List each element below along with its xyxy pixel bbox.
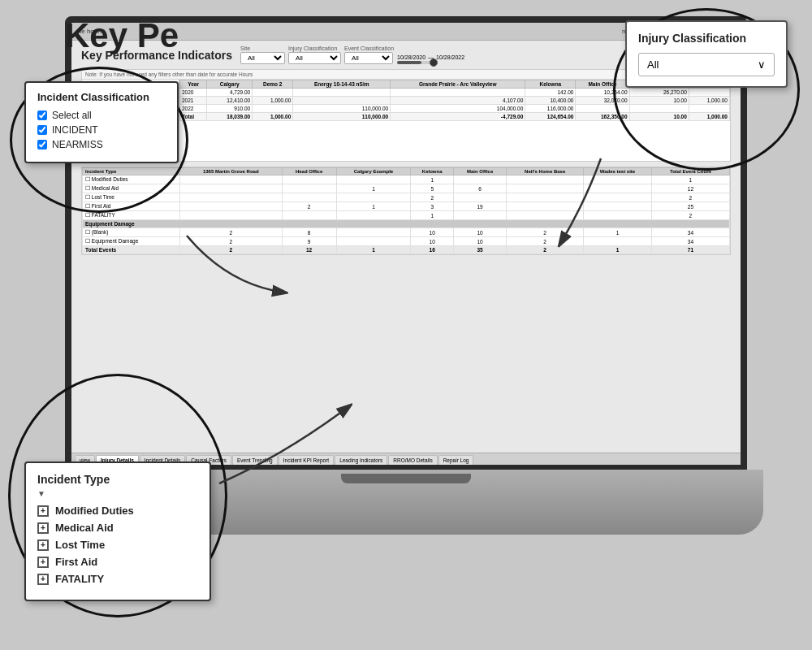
table-row: ☐ First Aid 2131925 xyxy=(83,202,730,211)
table-row: 2022 910.00110,000.00104,000.00116,000.0… xyxy=(180,105,730,113)
it-popup-modified-duties[interactable]: + Modified Duties xyxy=(37,505,198,517)
it-popup-fatality[interactable]: + FATALITY xyxy=(37,573,198,585)
event-class-filter-label: Event Classification xyxy=(344,46,394,51)
incident-class-incident[interactable]: INCIDENT xyxy=(37,124,166,136)
plus-icon-modified-duties: + xyxy=(37,505,49,517)
tab-leading-indicators[interactable]: Leading Indicators xyxy=(335,455,387,465)
table-row: 2021 12,410.001,000.004,107.0010,400.003… xyxy=(180,97,730,105)
tab-event-trending[interactable]: Event Trending xyxy=(232,455,278,465)
incident-class-select-all[interactable]: Select all xyxy=(37,110,166,121)
chevron-down-icon: ∨ xyxy=(758,58,766,71)
plus-icon-medical-aid: + xyxy=(37,522,49,534)
incident-type-table-container: Incident Type 1365 Martin Grove Road Hea… xyxy=(81,167,731,255)
table-row-section: Equipment Damage xyxy=(83,220,730,228)
table-row: ☐ Equipment Damage 291010234 xyxy=(83,237,730,246)
table-row: ☐ Medical Aid 15612 xyxy=(83,184,730,193)
table-row-total: Total 18,039.001,000.00110,000.00-4,729.… xyxy=(180,113,730,121)
table-row-total: Total Events 212116352171 xyxy=(83,246,730,254)
injury-class-popup-title: Injury Classification xyxy=(638,32,775,45)
incident-class-popup-title: Incident Classification xyxy=(37,91,166,103)
incident-class-nearmiss[interactable]: NEARMISS xyxy=(37,139,166,150)
table-row: ☐ (Blank) 2810102134 xyxy=(83,228,730,237)
it-popup-lost-time[interactable]: + Lost Time xyxy=(37,539,198,551)
incident-classification-popup: Incident Classification Select all INCID… xyxy=(24,81,179,163)
injury-class-dropdown[interactable]: All ∨ xyxy=(638,53,775,76)
it-popup-first-aid[interactable]: + First Aid xyxy=(37,556,198,568)
triangle-icon: ▼ xyxy=(37,489,45,498)
tab-rro-mo-details[interactable]: RRO/MO Details xyxy=(388,455,437,465)
it-popup-medical-aid[interactable]: + Medical Aid xyxy=(37,522,198,534)
table-row: ☐ Lost Time 22 xyxy=(83,193,730,202)
tab-repair-log[interactable]: Repair Log xyxy=(438,455,474,465)
incident-type-popup: Incident Type ▼ + Modified Duties + Medi… xyxy=(24,462,211,601)
incident-table: Incident Classification Select all INCID… xyxy=(82,80,730,161)
plus-icon-lost-time: + xyxy=(37,540,49,551)
tab-incident-kpi-report[interactable]: Incident KPI Report xyxy=(279,455,334,465)
injury-classification-popup: Injury Classification All ∨ xyxy=(625,20,788,88)
plus-icon-fatality: + xyxy=(37,574,49,585)
table-row: ☐ Modified Duties 11 xyxy=(83,176,730,184)
incident-type-popup-title: Incident Type xyxy=(37,473,198,486)
table-row: ☐ FATALITY 12 xyxy=(83,211,730,220)
table-row: 2020 4,729.00142.0010,254.0026,270.00 xyxy=(180,89,730,97)
hours-data-table: Year Calgary Demo 2 Energy 10-14-43 nSim… xyxy=(179,80,730,161)
partial-title: Key Pe xyxy=(65,16,349,55)
incident-type-data-table: Incident Type 1365 Martin Grove Road Hea… xyxy=(82,167,730,254)
event-class-filter-select[interactable]: All xyxy=(344,52,393,64)
plus-icon-first-aid: + xyxy=(37,557,49,568)
incident-type-popup-subtitle: ▼ xyxy=(37,489,198,498)
